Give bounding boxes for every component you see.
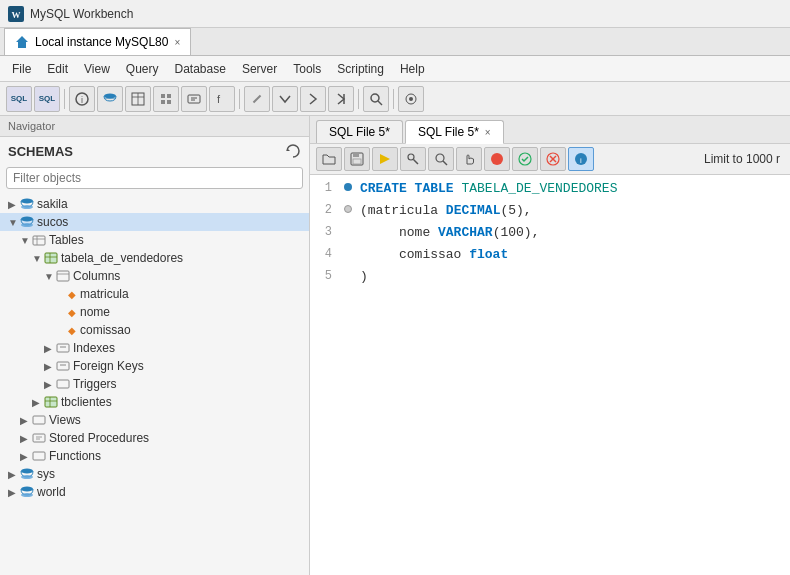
svg-rect-14 — [188, 95, 200, 103]
tree-item-comissao[interactable]: ◆ comissao — [0, 321, 309, 339]
menu-database[interactable]: Database — [167, 56, 234, 81]
tree-item-triggers[interactable]: Triggers — [0, 375, 309, 393]
editor-toolbar: i Limit to 1000 r — [310, 144, 790, 175]
toolbar-settings-btn[interactable] — [398, 86, 424, 112]
arrow-tbclientes[interactable] — [32, 397, 44, 408]
db-icon-sys — [20, 467, 34, 481]
toolbar-search-btn[interactable] — [363, 86, 389, 112]
menu-help[interactable]: Help — [392, 56, 433, 81]
arrow-columns[interactable] — [44, 271, 56, 282]
toolbar-view-btn[interactable] — [153, 86, 179, 112]
toolbar-table-btn[interactable] — [125, 86, 151, 112]
svg-point-26 — [21, 217, 33, 222]
kw-dec-args: (5), — [500, 203, 531, 218]
editor-active-btn[interactable]: i — [568, 147, 594, 171]
code-line-3: 3 nome VARCHAR(100), — [310, 223, 790, 245]
tree-item-tables[interactable]: Tables — [0, 231, 309, 249]
tree-item-sakila[interactable]: sakila — [0, 195, 309, 213]
tree-item-world[interactable]: world — [0, 483, 309, 501]
code-area[interactable]: 1 CREATE TABLE TABELA_DE_VENDEDORES 2 (m… — [310, 175, 790, 575]
menu-file[interactable]: File — [4, 56, 39, 81]
toolbar-func-btn[interactable]: f — [209, 86, 235, 112]
schemas-label: SCHEMAS — [8, 144, 73, 159]
editor-stop-btn[interactable] — [484, 147, 510, 171]
tree-item-stored-procedures[interactable]: Stored Procedures — [0, 429, 309, 447]
toolbar-wrench-btn[interactable] — [244, 86, 270, 112]
instance-tab[interactable]: Local instance MySQL80 × — [4, 28, 191, 55]
tree-item-foreign-keys[interactable]: Foreign Keys — [0, 357, 309, 375]
tree-item-sys[interactable]: sys — [0, 465, 309, 483]
column-diamond-matricula: ◆ — [68, 289, 76, 300]
toolbar-sql2-btn[interactable]: SQL — [34, 86, 60, 112]
arrow-indexes[interactable] — [44, 343, 56, 354]
line-dot-2 — [340, 201, 356, 213]
instance-tab-close[interactable]: × — [174, 37, 180, 48]
sql-tab-2-close[interactable]: × — [485, 127, 491, 138]
tree-item-views[interactable]: Views — [0, 411, 309, 429]
line-content-5: ) — [356, 267, 790, 286]
svg-rect-54 — [353, 153, 359, 157]
sql-tab-2[interactable]: SQL File 5* × — [405, 120, 504, 144]
tree-item-indexes[interactable]: Indexes — [0, 339, 309, 357]
toolbar-db-btn[interactable] — [97, 86, 123, 112]
toolbar-arrow3-btn[interactable] — [328, 86, 354, 112]
arrow-tabela[interactable] — [32, 253, 44, 264]
arrow-sucos[interactable] — [8, 217, 20, 228]
svg-rect-45 — [33, 434, 45, 442]
arrow-triggers[interactable] — [44, 379, 56, 390]
tree-item-tbclientes[interactable]: tbclientes — [0, 393, 309, 411]
arrow-world[interactable] — [8, 487, 20, 498]
toolbar-sql1-btn[interactable]: SQL — [6, 86, 32, 112]
menu-server[interactable]: Server — [234, 56, 285, 81]
app-title: MySQL Workbench — [30, 7, 133, 21]
tree-label-sakila: sakila — [37, 197, 68, 211]
svg-rect-13 — [167, 100, 171, 104]
svg-point-27 — [21, 223, 33, 227]
editor-search-btn[interactable] — [428, 147, 454, 171]
arrow-functions[interactable] — [20, 451, 32, 462]
editor-hand-btn[interactable] — [456, 147, 482, 171]
svg-point-5 — [104, 93, 116, 98]
sql-tab-1-label: SQL File 5* — [329, 125, 390, 139]
instance-tab-bar: Local instance MySQL80 × — [0, 28, 790, 56]
line-dot-1 — [340, 179, 356, 191]
editor-check-btn[interactable] — [512, 147, 538, 171]
arrow-sakila[interactable] — [8, 199, 20, 210]
arrow-stored-procedures[interactable] — [20, 433, 32, 444]
menu-scripting[interactable]: Scripting — [329, 56, 392, 81]
tree-label-columns: Columns — [73, 269, 120, 283]
tree-item-nome[interactable]: ◆ nome — [0, 303, 309, 321]
svg-text:f: f — [217, 93, 221, 105]
tree-item-functions[interactable]: Functions — [0, 447, 309, 465]
arrow-sys[interactable] — [8, 469, 20, 480]
arrow-foreign-keys[interactable] — [44, 361, 56, 372]
filter-input[interactable] — [6, 167, 303, 189]
menu-edit[interactable]: Edit — [39, 56, 76, 81]
tree-item-columns[interactable]: Columns — [0, 267, 309, 285]
editor-tools-btn[interactable] — [400, 147, 426, 171]
toolbar-proc-btn[interactable] — [181, 86, 207, 112]
tree-label-views: Views — [49, 413, 81, 427]
svg-point-57 — [408, 154, 414, 160]
refresh-icon[interactable] — [285, 143, 301, 159]
navigator-header: Navigator — [0, 116, 309, 137]
arrow-views[interactable] — [20, 415, 32, 426]
toolbar-info-btn[interactable]: i — [69, 86, 95, 112]
arrow-tables[interactable] — [20, 235, 32, 246]
toolbar-arrow2-btn[interactable] — [300, 86, 326, 112]
menu-view[interactable]: View — [76, 56, 118, 81]
tree-item-tabela-de-vendedores[interactable]: tabela_de_vendedores — [0, 249, 309, 267]
menu-tools[interactable]: Tools — [285, 56, 329, 81]
svg-point-50 — [21, 475, 33, 479]
editor-open-btn[interactable] — [316, 147, 342, 171]
editor-execute-btn[interactable] — [372, 147, 398, 171]
toolbar-arrow-btn[interactable] — [272, 86, 298, 112]
menu-query[interactable]: Query — [118, 56, 167, 81]
editor-save-btn[interactable] — [344, 147, 370, 171]
tree-item-sucos[interactable]: sucos — [0, 213, 309, 231]
tree-item-matricula[interactable]: ◆ matricula — [0, 285, 309, 303]
sql-tab-1[interactable]: SQL File 5* — [316, 120, 403, 143]
svg-point-61 — [491, 153, 503, 165]
editor-cancel-btn[interactable] — [540, 147, 566, 171]
svg-point-22 — [409, 97, 413, 101]
